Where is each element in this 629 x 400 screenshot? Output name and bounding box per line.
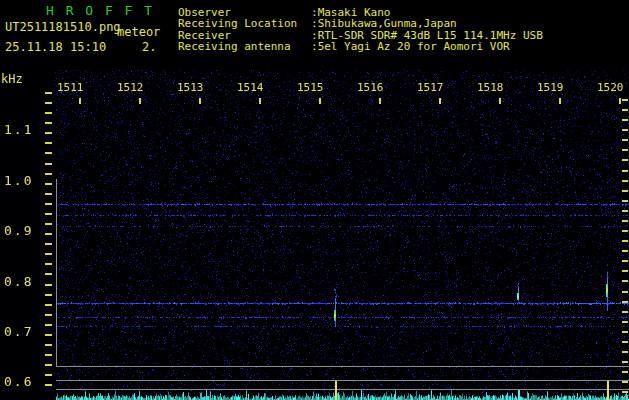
time-tick-label: 1518 [477, 81, 504, 94]
time-tick-label: 1516 [357, 81, 384, 94]
field-label: Receiving antenna [178, 40, 291, 53]
time-tick-label: 1519 [537, 81, 564, 94]
header: H R O F F T UT2511181510.png meteor 25.1… [0, 0, 629, 57]
freq-tick-label: 1.1 [4, 122, 33, 137]
frequency-axis: 1.11.00.90.80.70.6 [0, 0, 44, 400]
time-tick-label: 1514 [237, 81, 264, 94]
time-tick-label: 1512 [117, 81, 144, 94]
freq-tick-label: 0.7 [4, 324, 33, 339]
freq-tick-label: 0.9 [4, 223, 33, 238]
freq-tick-label: 0.6 [4, 374, 33, 389]
spectrogram-canvas [0, 57, 629, 400]
hrofft-window: H R O F F T UT2511181510.png meteor 25.1… [0, 0, 629, 400]
value-text: 5el Yagi Az 20 for Aomori VOR [318, 40, 510, 53]
header-field-antenna: Receiving antenna :5el Yagi Az 20 for Ao… [0, 40, 629, 52]
freq-tick-label: 0.8 [4, 274, 33, 289]
time-tick-label: 1515 [297, 81, 324, 94]
header-field-location: Receiving Location :Shibukawa,Gunma,Japa… [0, 17, 629, 29]
time-tick-label: 1513 [177, 81, 204, 94]
field-value: :5el Yagi Az 20 for Aomori VOR [311, 40, 510, 53]
freq-tick-label: 1.0 [4, 173, 33, 188]
colon: : [311, 40, 318, 53]
time-tick-label: 1511 [57, 81, 84, 94]
time-tick-label: 1517 [417, 81, 444, 94]
time-tick-label: 1520 [597, 81, 624, 94]
time-axis: 1511151215131514151515161517151815191520 [0, 81, 629, 95]
